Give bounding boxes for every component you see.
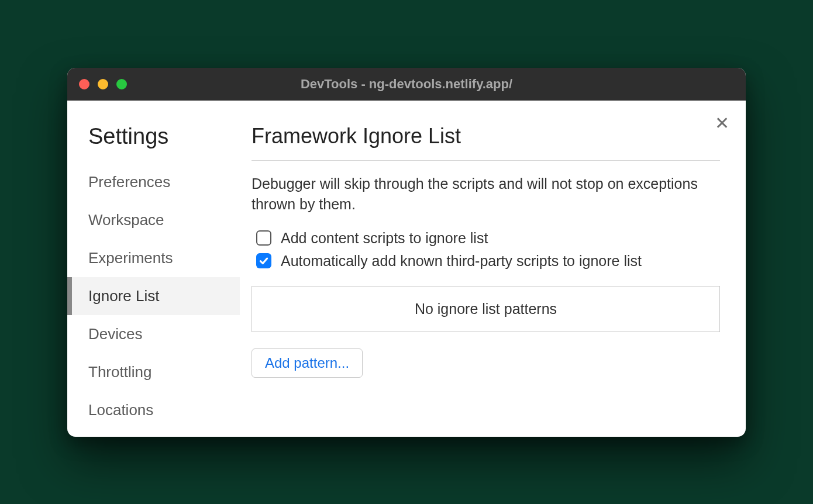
- content-area: ✕ Settings Preferences Workspace Experim…: [67, 101, 746, 437]
- sidebar-item-throttling[interactable]: Throttling: [67, 353, 240, 391]
- checkmark-icon: [259, 256, 269, 266]
- page-title: Framework Ignore List: [252, 124, 720, 161]
- sidebar-item-label: Throttling: [88, 363, 151, 381]
- patterns-empty-text: No ignore list patterns: [415, 301, 557, 317]
- checkbox-unchecked-icon[interactable]: [256, 230, 271, 246]
- devtools-settings-window: DevTools - ng-devtools.netlify.app/ ✕ Se…: [67, 68, 746, 437]
- settings-sidebar: Settings Preferences Workspace Experimen…: [67, 101, 240, 437]
- sidebar-item-preferences[interactable]: Preferences: [67, 163, 240, 201]
- page-description: Debugger will skip through the scripts a…: [252, 174, 720, 215]
- checkbox-label: Add content scripts to ignore list: [281, 230, 488, 247]
- titlebar: DevTools - ng-devtools.netlify.app/: [67, 68, 746, 101]
- window-title: DevTools - ng-devtools.netlify.app/: [301, 77, 512, 92]
- checkbox-row-content-scripts[interactable]: Add content scripts to ignore list: [252, 230, 720, 247]
- sidebar-item-label: Workspace: [88, 211, 164, 229]
- sidebar-item-label: Ignore List: [88, 287, 159, 305]
- sidebar-title: Settings: [67, 124, 240, 163]
- checkbox-row-third-party[interactable]: Automatically add known third-party scri…: [252, 253, 720, 270]
- sidebar-item-workspace[interactable]: Workspace: [67, 201, 240, 239]
- add-pattern-label: Add pattern...: [265, 355, 349, 371]
- main-panel: Framework Ignore List Debugger will skip…: [240, 101, 746, 437]
- sidebar-item-experiments[interactable]: Experiments: [67, 239, 240, 277]
- sidebar-item-locations[interactable]: Locations: [67, 391, 240, 429]
- checkbox-checked-icon[interactable]: [256, 253, 271, 268]
- ignore-patterns-list: No ignore list patterns: [252, 286, 720, 332]
- window-maximize-button[interactable]: [116, 79, 127, 89]
- window-minimize-button[interactable]: [98, 79, 108, 89]
- sidebar-item-label: Locations: [88, 401, 153, 419]
- checkbox-label: Automatically add known third-party scri…: [281, 253, 642, 270]
- add-pattern-button[interactable]: Add pattern...: [252, 348, 363, 378]
- sidebar-item-ignore-list[interactable]: Ignore List: [67, 277, 240, 315]
- sidebar-item-label: Preferences: [88, 173, 170, 191]
- sidebar-item-label: Devices: [88, 325, 142, 343]
- traffic-lights: [79, 79, 127, 89]
- window-close-button[interactable]: [79, 79, 89, 89]
- close-icon[interactable]: ✕: [715, 115, 729, 132]
- sidebar-item-devices[interactable]: Devices: [67, 315, 240, 353]
- sidebar-item-label: Experiments: [88, 249, 173, 267]
